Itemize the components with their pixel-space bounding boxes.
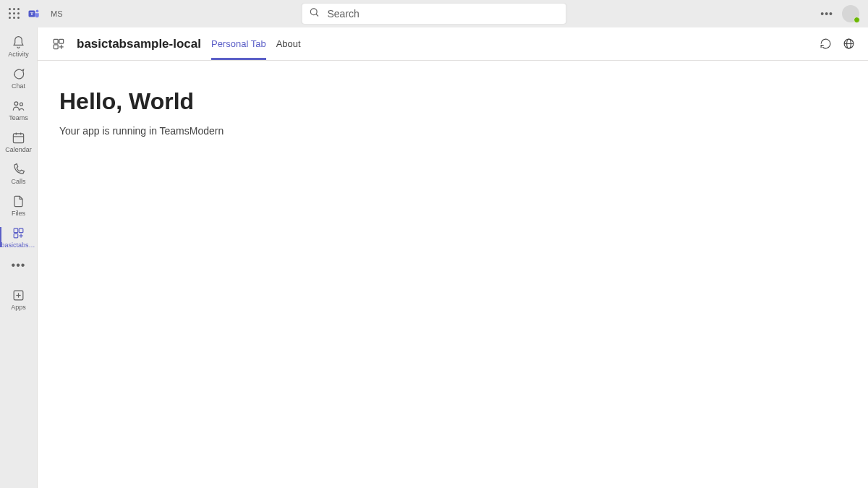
tab-content: Hello, World Your app is running in Team… — [38, 61, 868, 164]
rail-label: Calls — [11, 179, 25, 185]
svg-rect-17 — [54, 39, 58, 43]
svg-point-2 — [36, 9, 39, 12]
tab-personal-tab[interactable]: Personal Tab — [211, 27, 266, 60]
teams-icon — [12, 99, 26, 114]
calls-icon — [12, 163, 26, 177]
rail-label: Teams — [9, 115, 28, 121]
refresh-icon[interactable] — [819, 38, 832, 51]
svg-text:T: T — [30, 11, 34, 16]
svg-rect-7 — [13, 134, 23, 143]
topbar-right: ••• — [820, 5, 859, 22]
search-icon — [310, 7, 320, 21]
rail-label: Calendar — [5, 147, 32, 153]
topbar-left: T MS — [9, 7, 63, 20]
svg-rect-12 — [19, 228, 23, 233]
app-header-icon — [51, 36, 67, 52]
files-icon — [12, 194, 26, 209]
waffle-icon[interactable] — [9, 8, 20, 20]
svg-rect-13 — [14, 234, 18, 238]
app-title: basictabsample-local — [77, 37, 201, 51]
chat-icon — [12, 67, 26, 82]
tab-about[interactable]: About — [276, 27, 301, 60]
avatar[interactable] — [842, 5, 859, 22]
presence-indicator — [854, 17, 860, 23]
globe-icon[interactable] — [842, 38, 855, 51]
svg-point-5 — [14, 102, 18, 106]
svg-rect-18 — [59, 39, 64, 43]
app-header-right — [819, 38, 855, 51]
more-options-icon[interactable]: ••• — [820, 8, 833, 20]
topbar: T MS ••• — [0, 0, 868, 27]
calendar-icon — [12, 131, 26, 145]
rail-item-files[interactable]: Files — [0, 189, 38, 221]
rail-more-icon[interactable]: ••• — [12, 259, 26, 272]
apps-icon — [12, 288, 26, 303]
content-area: basictabsample-local Personal Tab About … — [38, 27, 868, 488]
rail-item-teams[interactable]: Teams — [0, 94, 38, 126]
rail-item-chat[interactable]: Chat — [0, 62, 38, 94]
rail-item-calendar[interactable]: Calendar — [0, 126, 38, 158]
rail-label: Chat — [12, 83, 25, 90]
left-rail: Activity Chat Teams Calendar Calls — [0, 27, 38, 488]
rail-label: basictabsa... — [1, 242, 36, 249]
rail-item-activity[interactable]: Activity — [0, 30, 38, 62]
user-initials: MS — [51, 9, 63, 18]
svg-point-3 — [310, 8, 317, 14]
rail-label: Activity — [8, 51, 29, 58]
svg-point-6 — [20, 103, 22, 106]
rail-item-basictabsample[interactable]: basictabsa... — [0, 221, 38, 253]
svg-rect-11 — [14, 228, 18, 233]
svg-rect-19 — [54, 44, 58, 48]
rail-label: Apps — [11, 304, 26, 311]
content-heading: Hello, World — [59, 88, 846, 115]
rail-item-calls[interactable]: Calls — [0, 158, 38, 189]
bell-icon — [12, 35, 26, 50]
teams-logo-icon: T — [27, 7, 41, 20]
search-input[interactable] — [328, 8, 559, 20]
app-icon — [12, 226, 26, 241]
svg-line-4 — [316, 14, 318, 16]
rail-label: Files — [12, 210, 25, 217]
app-header: basictabsample-local Personal Tab About — [38, 27, 868, 61]
content-text: Your app is running in TeamsModern — [59, 125, 846, 137]
rail-item-apps[interactable]: Apps — [0, 283, 38, 315]
search-bar[interactable] — [302, 4, 566, 24]
tabs: Personal Tab About — [211, 27, 301, 60]
